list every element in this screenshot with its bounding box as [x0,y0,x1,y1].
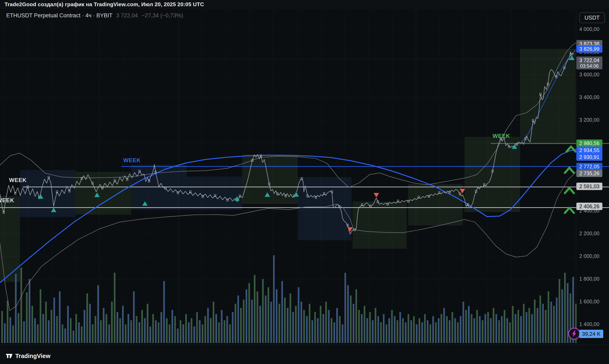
volume-bar [86,293,88,343]
volume-bar [361,314,362,343]
volume-bar [430,324,431,343]
volume-bar [504,310,505,343]
volume-bar [501,316,503,343]
volume-value-badge: 39,24 K [579,330,603,338]
volume-bar [320,306,321,343]
volume-bar [273,255,275,343]
volume-bar [180,320,182,343]
currency-toggle-label: USDT [584,15,600,21]
volume-bar [405,322,407,343]
boost-flash-button[interactable] [568,328,580,340]
volume-bar [31,306,33,343]
volume-bar [512,306,514,343]
chart-canvas[interactable] [0,0,609,364]
volume-bar [149,326,151,343]
volume-bar [188,322,189,343]
tradingview-logo-icon [6,352,13,359]
volume-bar [419,318,420,343]
volume-bar [350,296,352,343]
volume-bar [45,302,47,343]
volume-bar [42,314,44,343]
volume-bar [84,310,85,343]
volume-bar [292,312,294,343]
volume-bar [487,312,489,343]
volume-bar [166,318,168,343]
volume-bar [413,316,415,343]
volume-bar [550,302,552,343]
volume-bar [97,285,99,343]
weekly-range-box [353,201,407,249]
volume-bar [471,314,472,343]
volume-bar [240,308,242,343]
volume-bar [141,310,143,343]
volume-bar [114,273,115,343]
sell-signal-triangle [374,193,379,197]
volume-bar [474,318,475,343]
volume-bar [457,322,459,343]
symbol-status-row[interactable]: ETHUSDT Perpetual Contract · 4ч · BYBIT3… [6,12,183,21]
volume-bar [259,306,261,343]
volume-bar [410,320,412,343]
volume-bar [460,316,461,343]
volume-bar [59,291,61,343]
volume-bar [476,310,478,343]
volume-bar [34,318,36,343]
volume-bar [364,306,365,343]
volume-bar [257,291,258,343]
volume-bar [402,318,404,343]
volume-bar [53,298,55,343]
symbol-change: −27,34 (−0,73%) [142,12,183,19]
volume-bar [160,312,162,343]
volume-bar [56,316,58,343]
volume-bar [380,322,382,343]
volume-bar [366,318,368,343]
volume-bar [347,285,349,343]
volume-bar [446,316,448,343]
tradingview-brand-text: TradingView [15,353,50,359]
volume-bar [177,328,179,343]
volume-bar [169,324,170,343]
volume-bar [465,310,467,343]
volume-bar [51,310,52,343]
volume-bar [454,318,456,343]
volume-bar [23,321,25,343]
volume-bar [37,324,39,343]
chevron-up-icon [565,188,574,193]
volume-bar [432,316,434,343]
week-label: WEEK [0,197,14,204]
volume-bar [559,279,560,343]
volume-bar [199,320,201,343]
volume-bar [139,322,140,343]
currency-toggle-button[interactable]: USDT [579,12,605,23]
volume-bar [325,302,327,343]
volume-bar [229,324,231,343]
volume-bar [468,306,470,343]
volume-bar [306,316,308,343]
volume-bar [125,324,127,343]
volume-bar [1,311,3,343]
volume-bar [344,273,346,343]
volume-bar [218,322,220,343]
volume-bar [15,274,17,343]
volume-bar [26,292,28,343]
volume-bar [103,308,105,343]
volume-bar [339,316,341,343]
volume-bar [183,324,184,343]
volume-bar [221,310,223,343]
volume-bar [537,308,538,343]
volume-bar [29,279,30,343]
volume-bar [424,314,426,343]
volume-bar [251,300,253,343]
volume-bar [287,308,288,343]
volume-bar [561,289,563,343]
tradingview-brand[interactable]: TradingView [6,352,50,359]
volume-bar [408,314,409,343]
symbol-title: ETHUSDT Perpetual Contract · 4ч · BYBIT [6,12,113,19]
volume-bar [523,304,525,343]
volume-bar [369,312,371,343]
volume-bar [210,318,212,343]
volume-bar [333,322,335,343]
volume-bar [342,324,343,343]
volume-bar [111,302,113,343]
chevron-up-icon [565,208,574,213]
